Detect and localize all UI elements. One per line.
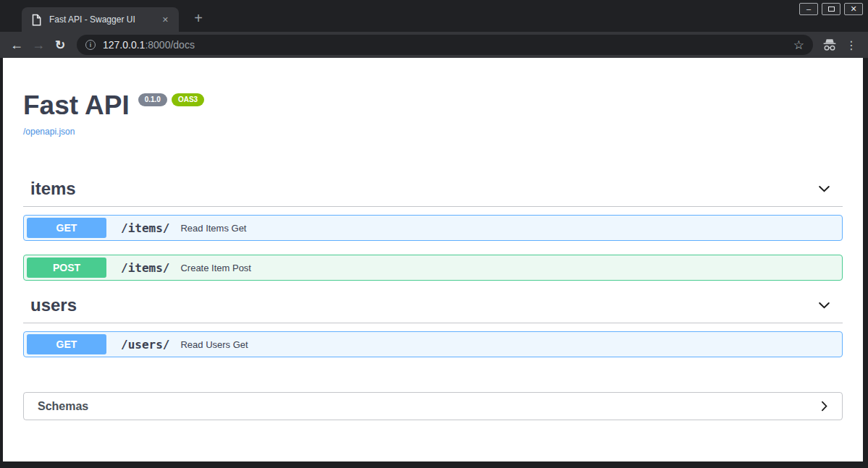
operation-summary: Read Users Get	[180, 339, 248, 350]
browser-window: – ✕ Fast API - Swagger UI ✕ + ← → ↻	[0, 0, 868, 468]
chevron-down-icon[interactable]	[816, 297, 833, 314]
section-items: items GET /items/ Read Items Get POST /i…	[23, 179, 843, 281]
api-title-row: Fast API 0.1.0 OAS3	[23, 92, 843, 119]
minimize-icon: –	[806, 5, 811, 13]
close-icon: ✕	[850, 5, 856, 13]
minimize-button[interactable]: –	[799, 3, 818, 15]
api-info: Fast API 0.1.0 OAS3 /openapi.json	[23, 58, 843, 137]
method-badge: POST	[27, 258, 106, 278]
operation-path: /users/	[121, 338, 169, 352]
page-favicon-icon	[31, 14, 42, 26]
new-tab-button[interactable]: +	[188, 9, 208, 29]
section-title: users	[30, 295, 77, 315]
url-host: 127.0.0.1	[103, 39, 145, 51]
bookmark-icon[interactable]: ☆	[793, 38, 804, 53]
page-content: Fast API 0.1.0 OAS3 /openapi.json items	[3, 58, 863, 461]
schemas-section[interactable]: Schemas	[23, 392, 843, 420]
back-icon[interactable]: ←	[6, 38, 28, 51]
api-badges: 0.1.0 OAS3	[138, 93, 204, 106]
browser-toolbar: ← → ↻ i 127.0.0.1:8000/docs ☆ ⋮	[0, 32, 868, 58]
method-badge: GET	[27, 218, 106, 238]
site-info-icon[interactable]: i	[85, 40, 96, 50]
api-title: Fast API	[23, 92, 130, 119]
close-window-button[interactable]: ✕	[844, 3, 863, 15]
section-users: users GET /users/ Read Users Get	[23, 295, 843, 357]
reload-icon[interactable]: ↻	[49, 39, 71, 51]
operation-path: /items/	[121, 261, 169, 275]
operation-get-users[interactable]: GET /users/ Read Users Get	[23, 331, 843, 357]
tab-title: Fast API - Swagger UI	[49, 14, 159, 25]
window-controls: – ✕	[799, 3, 863, 15]
address-bar[interactable]: i 127.0.0.1:8000/docs ☆	[77, 35, 813, 55]
browser-tab[interactable]: Fast API - Swagger UI ✕	[22, 7, 179, 32]
section-items-header[interactable]: items	[23, 179, 843, 207]
operation-summary: Create Item Post	[180, 263, 251, 273]
operation-path: /items/	[121, 221, 169, 235]
maximize-icon	[828, 7, 835, 12]
url-path: :8000/docs	[145, 39, 195, 51]
oas3-badge: OAS3	[172, 93, 204, 106]
chevron-down-icon[interactable]	[816, 181, 833, 197]
forward-icon[interactable]: →	[28, 38, 49, 51]
section-title: items	[30, 179, 76, 199]
schemas-label: Schemas	[38, 400, 88, 413]
titlebar: – ✕ Fast API - Swagger UI ✕ +	[0, 0, 868, 32]
method-badge: GET	[27, 334, 106, 354]
version-badge: 0.1.0	[138, 93, 167, 106]
openapi-spec-link[interactable]: /openapi.json	[23, 127, 75, 137]
url-text[interactable]: 127.0.0.1:8000/docs	[103, 39, 793, 51]
section-users-header[interactable]: users	[23, 295, 843, 323]
chevron-right-icon[interactable]	[817, 399, 832, 414]
maximize-button[interactable]	[822, 3, 840, 15]
operation-summary: Read Items Get	[180, 223, 246, 234]
incognito-icon	[819, 38, 840, 51]
operation-get-items[interactable]: GET /items/ Read Items Get	[23, 215, 843, 241]
tab-close-icon[interactable]: ✕	[159, 14, 172, 26]
operation-post-items[interactable]: POST /items/ Create Item Post	[23, 255, 843, 281]
menu-icon[interactable]: ⋮	[840, 38, 862, 52]
